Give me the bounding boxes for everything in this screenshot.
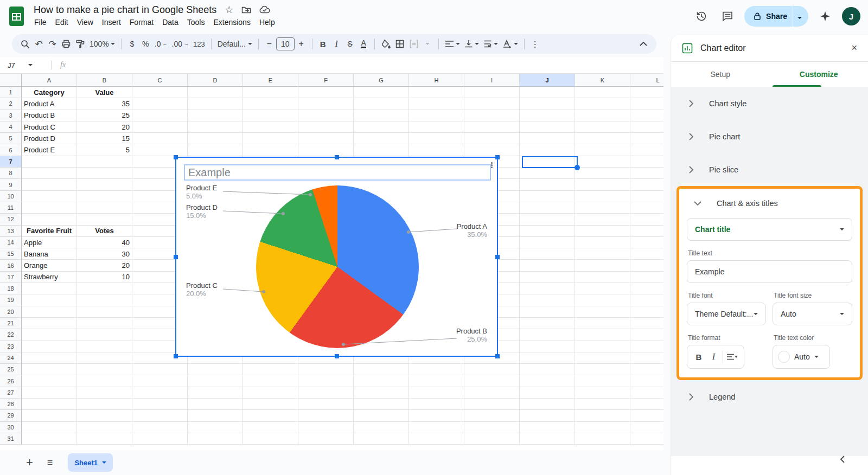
row-header-12[interactable]: 12 <box>0 214 22 225</box>
cell-I1[interactable] <box>464 87 520 98</box>
name-box[interactable]: J7 <box>0 61 47 69</box>
cell-K11[interactable] <box>575 202 630 214</box>
cell-A24[interactable] <box>22 352 77 364</box>
cell-G31[interactable] <box>354 433 409 445</box>
search-icon[interactable] <box>18 37 32 51</box>
cell-K7[interactable] <box>575 156 630 168</box>
cell-I25[interactable] <box>464 364 520 375</box>
menu-view[interactable]: View <box>73 17 98 28</box>
cell-B9[interactable] <box>77 179 132 190</box>
cell-I26[interactable] <box>464 375 520 387</box>
cell-L6[interactable] <box>630 144 663 156</box>
redo-button[interactable]: ↷ <box>46 37 59 51</box>
cell-J22[interactable] <box>520 329 575 341</box>
column-header-H[interactable]: H <box>409 74 464 87</box>
cell-B12[interactable] <box>77 214 132 225</box>
cell-F6[interactable] <box>298 144 354 156</box>
section-legend[interactable]: Legend <box>671 380 868 413</box>
cell-B1[interactable]: Value <box>77 87 132 98</box>
cell-B21[interactable] <box>77 318 132 329</box>
cell-C28[interactable] <box>132 399 188 410</box>
column-header-J[interactable]: J <box>520 74 575 87</box>
cell-H28[interactable] <box>409 399 464 410</box>
menu-help[interactable]: Help <box>255 17 279 28</box>
cell-F29[interactable] <box>298 410 354 421</box>
fill-handle[interactable] <box>575 165 580 170</box>
section-chart-style[interactable]: Chart style <box>671 87 868 120</box>
cloud-status-icon[interactable] <box>259 5 270 14</box>
cell-K15[interactable] <box>575 248 630 260</box>
cell-D28[interactable] <box>188 399 243 410</box>
italic-button[interactable]: I <box>330 37 343 51</box>
formula-input[interactable] <box>66 57 663 73</box>
title-font-size-select[interactable]: Auto <box>773 303 852 325</box>
cell-B22[interactable] <box>77 329 132 341</box>
cell-H3[interactable] <box>409 110 464 121</box>
cell-D26[interactable] <box>188 375 243 387</box>
cell-K20[interactable] <box>575 306 630 318</box>
cell-E27[interactable] <box>243 387 298 399</box>
cell-K16[interactable] <box>575 260 630 271</box>
cell-K14[interactable] <box>575 237 630 248</box>
cell-B10[interactable] <box>77 191 132 202</box>
cell-L5[interactable] <box>630 133 663 144</box>
row-header-21[interactable]: 21 <box>0 318 22 329</box>
chart-resize-handle[interactable] <box>174 255 178 259</box>
cell-H5[interactable] <box>409 133 464 144</box>
title-text-color-select[interactable]: Auto <box>773 345 830 369</box>
cell-J14[interactable] <box>520 237 575 248</box>
cell-G28[interactable] <box>354 399 409 410</box>
cell-F26[interactable] <box>298 375 354 387</box>
cell-A31[interactable] <box>22 433 77 445</box>
move-folder-icon[interactable] <box>241 5 251 15</box>
row-header-24[interactable]: 24 <box>0 352 22 364</box>
cell-G5[interactable] <box>354 133 409 144</box>
account-avatar[interactable]: J <box>842 7 860 25</box>
cell-K2[interactable] <box>575 98 630 110</box>
cell-L17[interactable] <box>630 272 663 283</box>
cell-B11[interactable] <box>77 202 132 214</box>
share-dropdown[interactable] <box>793 11 808 21</box>
cell-A13[interactable]: Favorite Fruit <box>22 226 77 237</box>
section-chart-axis-titles[interactable]: Chart & axis titles <box>679 189 860 218</box>
cell-K28[interactable] <box>575 399 630 410</box>
cell-K17[interactable] <box>575 272 630 283</box>
cell-H6[interactable] <box>409 144 464 156</box>
cell-B26[interactable] <box>77 375 132 387</box>
cell-A9[interactable] <box>22 179 77 190</box>
row-header-23[interactable]: 23 <box>0 341 22 352</box>
row-header-9[interactable]: 9 <box>0 179 22 190</box>
row-header-15[interactable]: 15 <box>0 248 22 260</box>
decrease-font-size-button[interactable]: − <box>263 37 276 51</box>
cell-K6[interactable] <box>575 144 630 156</box>
cell-J13[interactable] <box>520 226 575 237</box>
cell-B30[interactable] <box>77 422 132 433</box>
cell-G3[interactable] <box>354 110 409 121</box>
cell-A12[interactable] <box>22 214 77 225</box>
cell-A27[interactable] <box>22 387 77 399</box>
chart-resize-handle[interactable] <box>335 354 339 358</box>
cell-B18[interactable] <box>77 283 132 294</box>
cell-H27[interactable] <box>409 387 464 399</box>
fill-color-button[interactable] <box>379 37 393 51</box>
format-percent-button[interactable]: % <box>139 37 152 51</box>
cell-I4[interactable] <box>464 121 520 133</box>
cell-J27[interactable] <box>520 387 575 399</box>
cell-A6[interactable]: Product E <box>22 144 77 156</box>
cell-B2[interactable]: 35 <box>77 98 132 110</box>
cell-E26[interactable] <box>243 375 298 387</box>
cell-J25[interactable] <box>520 364 575 375</box>
strikethrough-button[interactable]: S <box>343 37 357 51</box>
cell-K5[interactable] <box>575 133 630 144</box>
cell-A2[interactable]: Product A <box>22 98 77 110</box>
cell-K4[interactable] <box>575 121 630 133</box>
cell-J3[interactable] <box>520 110 575 121</box>
row-header-10[interactable]: 10 <box>0 191 22 202</box>
cell-F4[interactable] <box>298 121 354 133</box>
cell-J15[interactable] <box>520 248 575 260</box>
cell-I3[interactable] <box>464 110 520 121</box>
column-header-G[interactable]: G <box>354 74 409 87</box>
cell-G6[interactable] <box>354 144 409 156</box>
cell-K21[interactable] <box>575 318 630 329</box>
vertical-align-button[interactable] <box>462 37 481 51</box>
